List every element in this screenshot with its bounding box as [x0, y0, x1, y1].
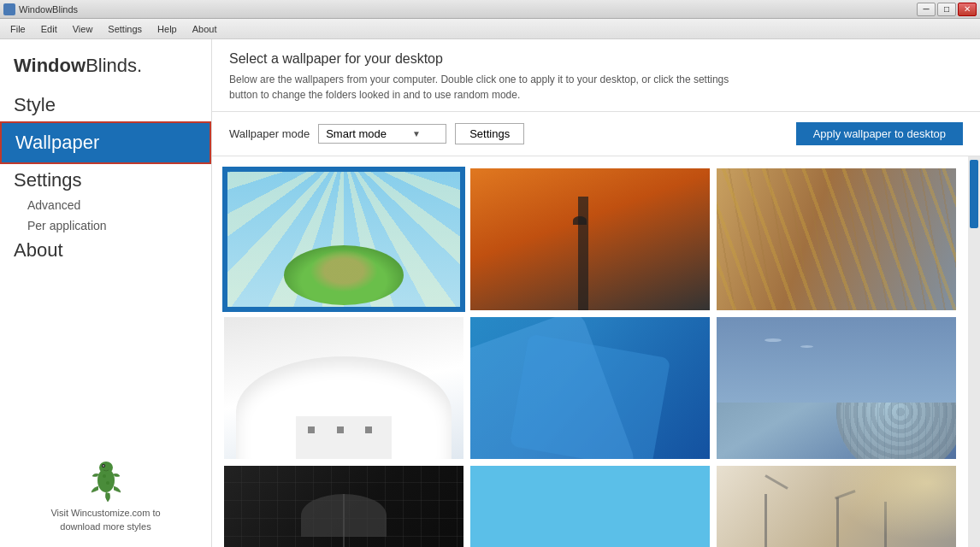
content-header: Select a wallpaper for your desktop Belo… [212, 39, 980, 112]
sidebar-item-advanced[interactable]: Advanced [0, 195, 211, 215]
menu-help[interactable]: Help [151, 22, 184, 36]
gallery-item-3[interactable] [715, 167, 958, 312]
menu-view[interactable]: View [66, 22, 100, 36]
gallery-scrollbar[interactable] [968, 156, 980, 547]
app-logo: WindowBlinds. [0, 48, 211, 91]
wallpaper-gallery [212, 156, 968, 547]
gallery-item-4[interactable] [222, 315, 465, 461]
logo-light: Blinds. [86, 55, 142, 76]
sidebar-about-label[interactable]: About [0, 236, 211, 265]
wallpaper-mode-dropdown[interactable]: Smart mode ▼ [318, 124, 446, 144]
sidebar-bottom: Visit Wincustomize.com todownload more s… [0, 437, 211, 547]
svg-point-1 [99, 462, 113, 473]
sidebar-style-label[interactable]: Style [0, 91, 211, 120]
sidebar-settings-label[interactable]: Settings [0, 166, 211, 195]
gallery-item-5[interactable] [469, 315, 711, 461]
menu-about[interactable]: About [186, 22, 224, 36]
menu-settings[interactable]: Settings [101, 22, 149, 36]
title-bar-controls: ─ □ ✕ [917, 3, 977, 16]
main-content: Select a wallpaper for your desktop Belo… [212, 39, 980, 547]
title-bar-left: WindowBlinds [3, 3, 78, 15]
title-bar: WindowBlinds ─ □ ✕ [0, 0, 980, 19]
gallery-item-6[interactable] [715, 315, 958, 461]
svg-point-3 [103, 465, 104, 467]
gallery-item-2[interactable] [469, 167, 711, 312]
gallery-item-7[interactable] [222, 464, 465, 547]
settings-button[interactable]: Settings [455, 123, 524, 144]
scrollbar-thumb[interactable] [970, 160, 978, 228]
app-body: WindowBlinds. Style Wallpaper Settings A… [0, 39, 980, 547]
sidebar: WindowBlinds. Style Wallpaper Settings A… [0, 39, 212, 547]
sidebar-bottom-text: Visit Wincustomize.com todownload more s… [50, 507, 160, 533]
content-desc: Below are the wallpapers from your compu… [229, 72, 963, 103]
dropdown-value: Smart mode [326, 127, 387, 140]
svg-point-4 [103, 474, 106, 478]
gecko-icon [80, 450, 132, 502]
wallpaper-toolbar: Wallpaper mode Smart mode ▼ Settings App… [212, 112, 980, 156]
menu-bar: File Edit View Settings Help About [0, 19, 980, 39]
sidebar-item-per-application[interactable]: Per application [0, 215, 211, 236]
minimize-button[interactable]: ─ [917, 3, 936, 16]
apply-wallpaper-button[interactable]: Apply wallpaper to desktop [796, 122, 963, 145]
menu-edit[interactable]: Edit [34, 22, 64, 36]
title-bar-text: WindowBlinds [19, 4, 78, 15]
gallery-item-1[interactable] [222, 167, 465, 312]
chevron-down-icon: ▼ [412, 129, 421, 138]
gallery-item-9[interactable] [715, 464, 958, 547]
gallery-wrapper [212, 156, 980, 547]
gallery-item-8[interactable] [469, 464, 711, 547]
close-button[interactable]: ✕ [958, 3, 977, 16]
content-title: Select a wallpaper for your desktop [229, 51, 963, 67]
wallpaper-mode-label: Wallpaper mode [229, 127, 310, 140]
maximize-button[interactable]: □ [937, 3, 956, 16]
svg-point-5 [106, 481, 109, 485]
logo-bold: Window [14, 55, 86, 76]
sidebar-item-wallpaper[interactable]: Wallpaper [0, 121, 211, 164]
menu-file[interactable]: File [3, 22, 32, 36]
app-icon [3, 3, 15, 15]
